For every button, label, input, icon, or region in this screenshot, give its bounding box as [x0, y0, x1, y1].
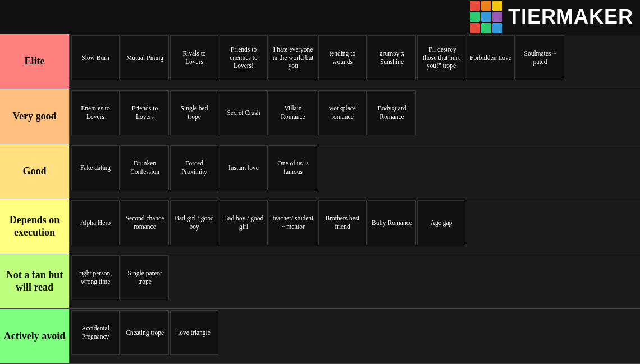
- tier-item: Friends to enemies to Lovers!: [220, 35, 268, 80]
- tier-item: tending to wounds: [318, 35, 367, 80]
- logo-cell: [492, 23, 502, 33]
- tier-item: Single parent trope: [121, 255, 169, 300]
- logo-cell: [470, 23, 480, 33]
- tier-label-avoid: Actively avoid: [0, 309, 69, 363]
- tier-label-notafan: Not a fan but will read: [0, 254, 69, 308]
- tier-item: Enemies to Lovers: [71, 90, 120, 135]
- tier-item: right person, wrong time: [71, 255, 120, 300]
- tier-row-good: GoodFake datingDrunken ConfessionForced …: [0, 144, 640, 199]
- main-container: TIERMAKER EliteSlow BurnMutual PiningRiv…: [0, 0, 640, 364]
- logo-cell: [481, 1, 491, 11]
- tier-item: Friends to Lovers: [121, 90, 169, 135]
- tier-label-elite: Elite: [0, 34, 69, 89]
- header: TIERMAKER: [0, 0, 640, 34]
- tier-item: Brothers best friend: [318, 200, 367, 245]
- tier-item: "I'll destroy those that hurt you!" trop…: [417, 35, 465, 80]
- tier-item: Bad boy / good girl: [220, 200, 268, 245]
- tier-item: Drunken Confession: [121, 145, 169, 190]
- tier-items-notafan: right person, wrong timeSingle parent tr…: [69, 254, 640, 308]
- logo-title: TIERMAKER: [508, 5, 633, 29]
- tier-item: Secret Crush: [220, 90, 268, 135]
- tier-items-avoid: Accidental PregnancyCheating tropelove t…: [69, 309, 640, 363]
- logo-cell: [481, 23, 491, 33]
- tier-items-good: Fake datingDrunken ConfessionForced Prox…: [69, 144, 640, 199]
- tier-item: Forced Proximity: [170, 145, 218, 190]
- tier-items-elite: Slow BurnMutual PiningRivals to LoversFr…: [69, 34, 640, 89]
- logo-container: TIERMAKER: [470, 1, 633, 33]
- tier-row-elite: EliteSlow BurnMutual PiningRivals to Lov…: [0, 34, 640, 89]
- tier-table: EliteSlow BurnMutual PiningRivals to Lov…: [0, 34, 640, 364]
- tier-item: Bodyguard Romance: [368, 90, 416, 135]
- logo-cell: [470, 1, 480, 11]
- tier-label-good: Good: [0, 144, 69, 199]
- tier-item: Age gap: [417, 200, 465, 245]
- logo-cell: [481, 12, 491, 22]
- tier-item: Slow Burn: [71, 35, 120, 80]
- tier-item: Rivals to Lovers: [170, 35, 218, 80]
- tier-item: Instant love: [220, 145, 268, 190]
- tier-item: Bad girl / good boy: [170, 200, 218, 245]
- tier-item: Alpha Hero: [71, 200, 120, 245]
- tier-item: love triangle: [170, 310, 218, 355]
- tier-item: Bully Romance: [368, 200, 416, 245]
- tier-item: Villain Romance: [269, 90, 317, 135]
- tier-row-avoid: Actively avoidAccidental PregnancyCheati…: [0, 309, 640, 364]
- tier-item: Second chance romance: [121, 200, 169, 245]
- tier-item: I hate everyone in the world but you: [269, 35, 317, 80]
- tier-item: Accidental Pregnancy: [71, 310, 120, 355]
- tier-item: Cheating trope: [121, 310, 169, 355]
- tier-label-verygood: Very good: [0, 89, 69, 144]
- tier-item: Single bed trope: [170, 90, 218, 135]
- logo-cell: [492, 12, 502, 22]
- tier-item: One of us is famous: [269, 145, 317, 190]
- tier-items-verygood: Enemies to LoversFriends to LoversSingle…: [69, 89, 640, 144]
- tier-item: teacher/ student ~ mentor: [269, 200, 317, 245]
- tier-item: workplace romance: [318, 90, 367, 135]
- tier-label-depends: Depends on execution: [0, 199, 69, 254]
- tier-item: grumpy x Sunshine: [368, 35, 416, 80]
- logo-grid: [470, 1, 502, 33]
- logo-cell: [470, 12, 480, 22]
- tier-item: Mutual Pining: [121, 35, 169, 80]
- tier-item: Soulmates ~ pated: [516, 35, 564, 80]
- tier-row-notafan: Not a fan but will readright person, wro…: [0, 254, 640, 309]
- tier-item: Fake dating: [71, 145, 120, 190]
- tier-row-verygood: Very goodEnemies to LoversFriends to Lov…: [0, 89, 640, 144]
- logo-cell: [492, 1, 502, 11]
- tier-item: Forbidden Love: [467, 35, 515, 80]
- tier-items-depends: Alpha HeroSecond chance romanceBad girl …: [69, 199, 640, 254]
- tier-row-depends: Depends on executionAlpha HeroSecond cha…: [0, 199, 640, 254]
